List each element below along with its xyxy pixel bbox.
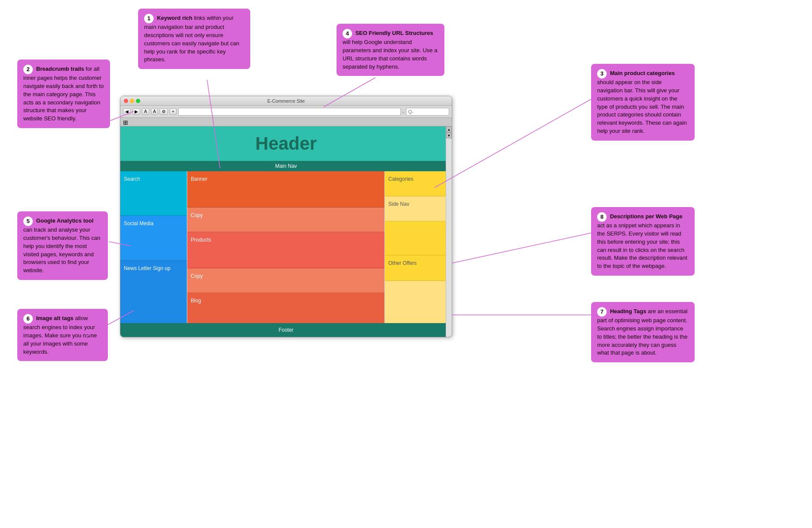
site-offers-block: Other Offers [385,255,452,280]
annotation-title-6: Image alt tags [36,315,74,321]
add-tab-button[interactable]: + [170,108,176,115]
close-button[interactable] [124,99,128,103]
site-body: Search Social Media News Letter Sign up … [120,171,452,323]
address-bar[interactable] [178,108,401,116]
annotation-1: 1 Keyword rich links within your main na… [138,9,250,69]
annotation-7: 7 Heading Tags are an essential part of … [591,302,695,362]
annotation-number-6: 6 [23,314,33,324]
site-right-col: Categories Side Nav Other Offers [385,171,452,323]
annotation-body-2: for all inner pages helps the customer n… [23,66,104,122]
site-center-col: Banner Copy Products Copy Blog [187,171,385,323]
annotation-body-5: can track and analyse your customer's be… [23,226,101,273]
site-blog-block: Blog [187,293,384,323]
annotation-title-7: Heading Tags [610,308,646,314]
site-mainnav: Main Nav [120,161,452,171]
site-offers-label: Other Offers [388,260,417,266]
font-a-large[interactable]: A [151,108,158,115]
site-header: Header [120,126,452,161]
site-copy1-block: Copy [187,207,384,232]
back-button[interactable]: ◀ [123,108,131,115]
annotation-4: 4 SEO Friendly URL Structures will help … [337,24,444,76]
site-left-col: Search Social Media News Letter Sign up [120,171,187,323]
site-footer: Footer [120,323,452,337]
site-mainnav-text: Main Nav [275,163,297,169]
annotation-body-1: links within your main navigation bar an… [144,15,239,63]
site-blog-label: Blog [191,298,201,304]
site-products-block: Products [187,232,384,268]
tab-icon: ⊞ [123,119,128,126]
browser-title: E-Commerce Site [268,98,305,104]
maximize-button[interactable] [136,99,140,103]
site-social-label: Social Media [124,220,154,226]
annotation-8: 8 Descriptions per Web Page act as a sni… [591,207,695,276]
forward-button[interactable]: ▶ [132,108,140,115]
annotation-3: 3 Main product categories should appear … [591,64,695,141]
browser-search-input[interactable] [406,108,449,116]
site-banner-block: Banner [187,171,384,207]
site-sidenav-label: Side Nav [388,201,409,207]
annotation-title-4: SEO Friendly URL Structures [356,30,433,36]
svg-line-7 [452,233,591,263]
annotation-number-4: 4 [343,29,352,38]
scroll-down-button[interactable]: ▼ [446,132,452,138]
annotation-number-8: 8 [597,212,607,222]
site-search-label: Search [124,176,140,182]
browser-toolbar: ◀ ▶ A A ⚙ + - [120,106,452,118]
tools-button[interactable]: ⚙ [160,108,168,115]
site-categories-label: Categories [388,176,413,182]
annotation-title-3: Main product categories [610,70,675,76]
site-social-block: Social Media [120,216,187,260]
site-categories-block: Categories [385,171,452,196]
site-header-text: Header [255,133,317,154]
site-newsletter-block: News Letter Sign up [120,261,187,323]
site-sidenav-block: Side Nav [385,196,452,221]
annotation-6: 6 Image alt tags allow search engines to… [17,309,108,361]
browser-titlebar: E-Commerce Site [120,96,452,106]
site-copy1-label: Copy [191,212,203,218]
site-yellowbox-block [385,221,452,255]
browser-tabbar: ⊞ [120,118,452,126]
browser-window: E-Commerce Site ◀ ▶ A A ⚙ + - ⊞ Header M… [120,96,452,337]
website-content: Header Main Nav Search Social Media News… [120,126,452,337]
annotation-title-8: Descriptions per Web Page [610,213,683,220]
site-copy2-label: Copy [191,273,203,279]
annotation-number-7: 7 [597,307,607,317]
traffic-lights [124,99,140,103]
annotation-title-5: Google Analytics tool [36,217,94,224]
site-copy2-block: Copy [187,268,384,293]
annotation-body-7: are an essential part of optimising web … [597,308,688,356]
site-bottomright-block [385,281,452,323]
annotation-title-2: Breadcrumb trails [36,66,84,72]
browser-scrollbar[interactable]: ▲ ▼ [446,126,452,337]
annotation-body-4: will help Google understand parameters a… [343,39,437,70]
site-search-block: Search [120,171,187,216]
annotation-5: 5 Google Analytics tool can track and an… [17,211,108,280]
annotation-2: 2 Breadcrumb trails for all inner pages … [17,60,110,128]
site-products-label: Products [191,237,211,243]
font-a-small[interactable]: A [142,108,149,115]
annotation-number-2: 2 [23,65,33,74]
annotation-body-3: should appear on the side navigation bar… [597,79,687,134]
annotation-title-1: Keyword rich [157,15,192,21]
site-footer-text: Footer [279,327,294,333]
svg-line-2 [434,99,591,188]
annotation-number-1: 1 [144,14,154,23]
annotation-number-5: 5 [23,217,33,226]
annotation-number-3: 3 [597,69,607,79]
site-banner-label: Banner [191,176,208,182]
annotation-body-8: act as a snippet which appears in the SE… [597,222,687,269]
minimize-button[interactable] [130,99,134,103]
scroll-up-button[interactable]: ▲ [446,126,452,132]
site-newsletter-label: News Letter Sign up [124,265,170,271]
